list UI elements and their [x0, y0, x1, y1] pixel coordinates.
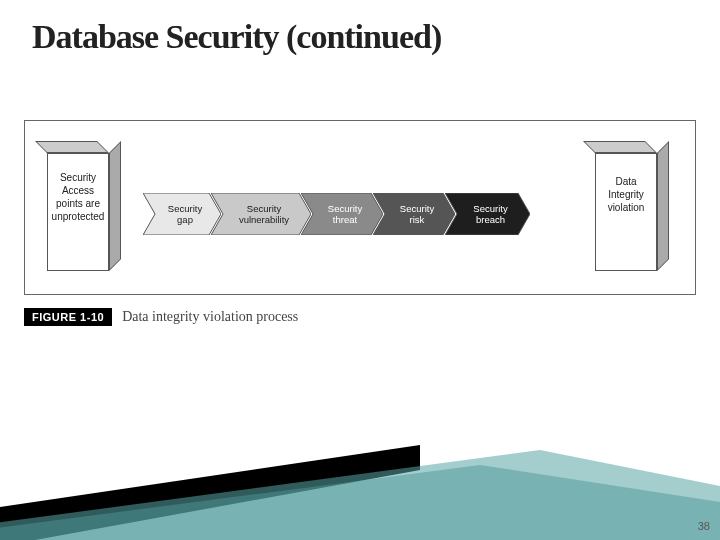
start-block-label: Security Access points are unprotected [51, 171, 105, 223]
cube-side-face [657, 141, 669, 271]
slide-title: Database Security (continued) [0, 0, 720, 56]
svg-marker-6 [0, 450, 720, 540]
step-security-breach: Security breach [445, 193, 530, 235]
page-number: 38 [698, 520, 710, 532]
end-block: Data Integrity violation [595, 141, 669, 271]
figure-number-tag: FIGURE 1-10 [24, 308, 112, 326]
step-label: Security threat [328, 203, 362, 226]
step-security-threat: Security threat [301, 193, 383, 235]
step-security-gap: Security gap [143, 193, 221, 235]
svg-marker-7 [0, 465, 720, 540]
step-security-vulnerability: Security vulnerability [211, 193, 311, 235]
end-block-label: Data Integrity violation [599, 175, 653, 214]
process-arrows: Security gap Security vulnerability Secu… [143, 193, 530, 235]
step-label: Security breach [473, 203, 507, 226]
cube-top-face [35, 141, 109, 153]
step-label: Security vulnerability [239, 203, 289, 226]
figure-frame: Security Access points are unprotected S… [24, 120, 696, 295]
svg-marker-5 [0, 445, 420, 540]
cube-side-face [109, 141, 121, 271]
start-block: Security Access points are unprotected [47, 141, 121, 271]
figure-caption: FIGURE 1-10 Data integrity violation pro… [24, 308, 298, 326]
decorative-swoosh [0, 430, 720, 540]
cube-top-face [583, 141, 657, 153]
step-label: Security gap [168, 203, 202, 226]
step-security-risk: Security risk [373, 193, 455, 235]
figure-caption-text: Data integrity violation process [122, 309, 298, 325]
step-label: Security risk [400, 203, 434, 226]
